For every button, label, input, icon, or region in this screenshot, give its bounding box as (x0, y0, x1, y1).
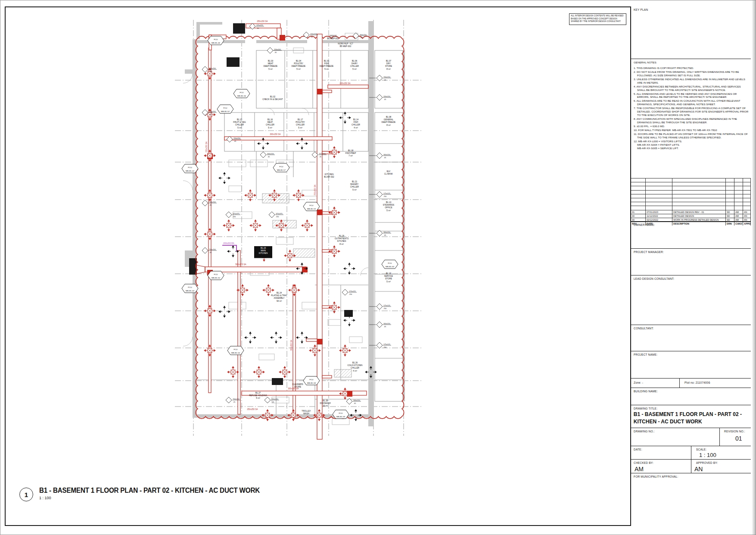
room-label: NORV HLP - IC7B5 MEP-002 (338, 43, 353, 47)
date-scale-row: DATE: SCALE: 1 : 100 (631, 446, 751, 459)
consultant-label: CONSULTANT: (631, 325, 751, 330)
general-notes-list: 1. THIS DRAWING IS COPYRIGHT PROTECTED.2… (634, 66, 749, 150)
return-grille-icon (339, 112, 351, 124)
revision-no-label: REVISION NO.: (722, 428, 745, 433)
svg-text:5 m²: 5 m² (386, 281, 391, 283)
revision-cell (743, 186, 751, 190)
fcu-tag: FCUMB-B1-58 (303, 376, 320, 385)
svg-text:B5 MEP-002: B5 MEP-002 (340, 45, 352, 47)
svg-text:FISH: FISH (324, 63, 329, 65)
svg-text:KITCHEN: KITCHEN (325, 173, 334, 175)
svg-text:REFUSE HOLDING: REFUSE HOLDING (249, 394, 267, 397)
svg-text:45: 45 (234, 140, 236, 142)
revision-cell (672, 190, 726, 194)
revision-cell (743, 178, 751, 182)
svg-text:STORE: STORE (385, 65, 392, 67)
svg-text:OUTPATIENTS: OUTPATIENTS (335, 238, 348, 240)
supply-diffuser-icon (328, 206, 340, 219)
svg-text:MB-B1-57: MB-B1-57 (277, 169, 286, 171)
supply-diffuser-icon (279, 366, 291, 378)
equipment-tags: FCUMB-B1-46FCUMB-B1-56FCUMB-B1-52FCUMB-B… (182, 20, 398, 419)
revision-cell (743, 194, 751, 198)
drawing-title-label: DRAWING TITLE: (631, 405, 751, 410)
project-manager-label: PROJECT MANAGER: (631, 249, 751, 253)
svg-text:B1-MF-002: B1-MF-002 (324, 176, 334, 178)
svg-text:5 m²: 5 m² (324, 68, 329, 70)
svg-text:OFFICE: OFFICE (329, 35, 336, 37)
svg-text:STORE: STORE (294, 386, 301, 388)
room-label: B1.13STEWARDSOFFICE5 m² (383, 201, 394, 212)
svg-text:300x150: 300x150 (267, 153, 274, 155)
svg-text:5 m²: 5 m² (352, 189, 357, 191)
municipality-box: FOR MUNICIPALITY APPROVAL: (631, 473, 751, 525)
svg-text:MB-B1-52: MB-B1-52 (221, 110, 230, 113)
revision-cell (646, 190, 672, 194)
revision-cell (646, 194, 672, 198)
svg-text:DAIRY: DAIRY (352, 63, 358, 65)
revision-cell (672, 182, 726, 186)
fcu-tag: PCUMB-B1-42 (182, 164, 198, 173)
room-label: B1.08GENERALDEEP FREEZE8 m² (382, 116, 395, 126)
revision-cell (743, 182, 751, 186)
revision-cell: AN (743, 214, 751, 218)
room-label: KITCHENB1-MF-002 (324, 173, 334, 178)
svg-text:45: 45 (275, 51, 277, 53)
svg-text:B1.02: B1.02 (270, 96, 276, 98)
building-name-box: BUILDING NAME: (631, 388, 751, 405)
svg-text:175x125: 175x125 (383, 343, 390, 345)
revision-cell: SD (726, 210, 734, 214)
fcu-tag: PCUMB-B1-44 (182, 284, 198, 293)
duct-run-label: 200x150 SA (339, 82, 351, 84)
svg-text:FRUIT & VEG: FRUIT & VEG (233, 121, 246, 123)
revision-cell (743, 206, 751, 210)
svg-text:CHILLER: CHILLER (266, 124, 274, 126)
svg-text:375x375: 375x375 (233, 213, 240, 215)
page-edge-shadow (752, 0, 756, 535)
svg-text:375x375: 375x375 (276, 213, 283, 215)
revision-cell (726, 206, 734, 210)
svg-text:B1.24: B1.24 (277, 292, 282, 294)
svg-text:150x150: 150x150 (233, 137, 240, 139)
svg-text:S1: S1 (257, 27, 260, 29)
supply-diffuser-icon (328, 245, 340, 257)
svg-text:B1.04: B1.04 (296, 60, 302, 62)
svg-text:CHILLER: CHILLER (296, 124, 305, 126)
svg-text:STORE: STORE (385, 278, 392, 280)
approved-by-value: AN (691, 465, 703, 472)
svg-text:DISHWASH: DISHWASH (320, 402, 330, 404)
svg-text:225x225: 225x225 (256, 24, 263, 26)
svg-text:FCU: FCU (279, 166, 283, 168)
revision-cell (726, 202, 734, 206)
room-label: B1.14FISHCHILLER4 m² (352, 119, 360, 129)
svg-text:700x150: 700x150 (209, 67, 216, 69)
svg-text:150x150 SA: 150x150 SA (205, 141, 208, 153)
svg-text:NORV HLP - IC7: NORV HLP - IC7 (338, 43, 353, 45)
supply-diffuser-icon (261, 409, 274, 421)
disclaimer-note: ALL INTERIOR DESIGN CONTENTS WILL BE REV… (569, 13, 626, 25)
supply-diffuser-icon (244, 189, 256, 201)
svg-text:200x150: 200x150 (383, 95, 390, 97)
revision-cell (743, 198, 751, 202)
svg-text:8 m²: 8 m² (386, 124, 391, 126)
svg-text:45: 45 (384, 98, 386, 100)
scale-value: 1 : 100 (696, 451, 716, 458)
duct-size-tag: 300x15045 (346, 398, 361, 404)
room-label: B1.21BAKERYCHILLER5 m² (350, 181, 359, 191)
floor-plan-drawing: FCUMB-B1-46FCUMB-B1-56FCUMB-B1-52FCUMB-B… (164, 9, 431, 470)
revision-no-value: 01 (732, 434, 742, 442)
revision-cell (734, 202, 743, 206)
duct-size-tag: 700x15045 (202, 66, 217, 72)
drawing-no-divider (719, 428, 720, 446)
svg-text:MEAT: MEAT (268, 121, 273, 123)
svg-text:B1.16: B1.16 (268, 119, 273, 121)
svg-text:250: 250 (276, 216, 279, 218)
duct-run-label: 250x150 SA (257, 20, 268, 22)
lead-design-consultant-box: LEAD DESIGN CONSULTANT: (631, 275, 751, 325)
supply-diffuser-icon (253, 366, 265, 378)
return-grille-icon (218, 172, 230, 184)
revision-cell (734, 178, 743, 182)
title-block: KEY PLAN GENERAL NOTES: 1. THIS DRAWING … (630, 6, 751, 526)
svg-text:DEEP FREEZE: DEEP FREEZE (382, 121, 395, 123)
svg-text:MB-B1-44: MB-B1-44 (186, 290, 194, 292)
svg-text:B1.06: B1.06 (352, 60, 358, 62)
